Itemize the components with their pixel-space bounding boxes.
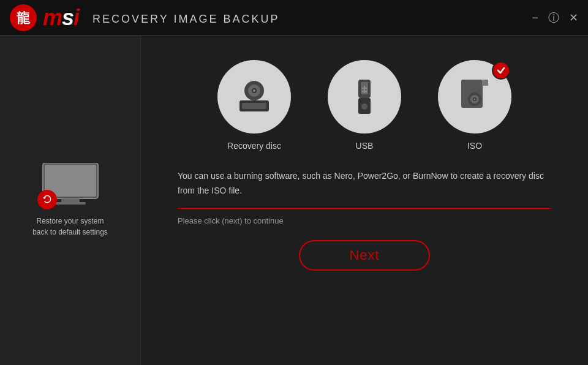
svg-point-11 xyxy=(253,89,255,92)
recovery-disc-label: Recovery disc xyxy=(227,141,281,151)
svg-rect-7 xyxy=(242,103,266,109)
option-iso[interactable]: ISO xyxy=(438,60,511,151)
restore-badge xyxy=(37,190,57,209)
option-recovery-disc[interactable]: Recovery disc xyxy=(217,60,291,151)
svg-rect-21 xyxy=(482,80,488,86)
description-text: You can use a burning software, such as … xyxy=(178,169,551,198)
svg-text:龍: 龍 xyxy=(17,10,31,26)
sidebar-label: Restore your system back to default sett… xyxy=(32,216,108,238)
iso-circle xyxy=(438,60,511,134)
main-layout: Restore your system back to default sett… xyxy=(0,36,588,365)
selected-badge xyxy=(492,61,510,80)
next-button[interactable]: Next xyxy=(299,240,429,271)
recovery-disc-circle xyxy=(217,60,291,134)
sidebar-icon-wrap xyxy=(40,163,101,207)
info-button[interactable]: ⓘ xyxy=(548,12,559,23)
disc-icon xyxy=(235,77,274,116)
hint-text: Please click (next) to continue xyxy=(178,216,551,225)
content-area: Recovery disc xyxy=(141,36,588,365)
usb-label: USB xyxy=(356,141,374,151)
svg-rect-19 xyxy=(365,91,367,92)
sidebar: Restore your system back to default sett… xyxy=(0,36,141,365)
close-button[interactable]: ✕ xyxy=(569,12,578,23)
app-title: RECOVERY IMAGE BACKUP xyxy=(92,13,279,26)
iso-label: ISO xyxy=(467,141,482,151)
window-controls: − ⓘ ✕ xyxy=(532,12,578,23)
backup-options: Recovery disc xyxy=(178,60,551,151)
msi-brand-text: msi xyxy=(43,7,79,29)
iso-icon xyxy=(455,77,494,116)
usb-icon xyxy=(345,77,384,116)
svg-point-15 xyxy=(361,103,368,110)
usb-circle xyxy=(328,60,401,134)
minimize-button[interactable]: − xyxy=(532,12,538,23)
next-button-wrap: Next xyxy=(178,240,551,271)
svg-rect-4 xyxy=(61,198,80,202)
app-logo: 龍 msi RECOVERY IMAGE BACKUP xyxy=(10,4,279,31)
divider xyxy=(178,208,551,209)
option-usb[interactable]: USB xyxy=(328,60,401,151)
svg-point-25 xyxy=(474,99,476,100)
titlebar: 龍 msi RECOVERY IMAGE BACKUP − ⓘ ✕ xyxy=(0,0,588,36)
dragon-icon: 龍 xyxy=(10,4,37,31)
svg-rect-5 xyxy=(55,202,86,205)
svg-rect-18 xyxy=(362,91,364,92)
